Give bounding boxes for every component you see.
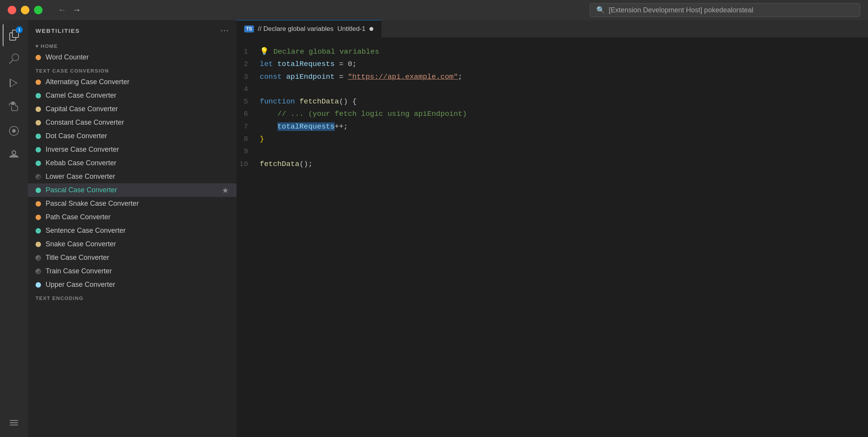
- sidebar-item-snake-case[interactable]: Snake Case Converter: [28, 237, 237, 251]
- activity-search[interactable]: [3, 48, 25, 70]
- sidebar-more-icon[interactable]: ⋯: [220, 25, 229, 36]
- pascal-snake-case-label: Pascal Snake Case Converter: [46, 200, 139, 208]
- activity-bar: 1: [0, 20, 28, 437]
- title-bar: ← → 🔍 [Extension Development Host] poked…: [0, 0, 868, 20]
- sidebar-item-dot-case[interactable]: Dot Case Converter: [28, 129, 237, 143]
- pascal-case-star-icon[interactable]: ★: [222, 186, 229, 195]
- line-content-9: [260, 145, 868, 158]
- line-content-7: totalRequests++;: [260, 120, 868, 133]
- sidebar-item-path-case[interactable]: Path Case Converter: [28, 210, 237, 224]
- line-num-8: 8: [237, 133, 260, 145]
- explorer-badge: 1: [16, 26, 23, 33]
- line-num-9: 9: [237, 145, 260, 158]
- sidebar-item-title-case[interactable]: Title Case Converter: [28, 251, 237, 264]
- line-content-8: }: [260, 133, 868, 145]
- text-case-section-label: TEXT CASE CONVERSION: [28, 64, 237, 75]
- svg-point-1: [12, 129, 15, 132]
- path-case-dot: [36, 215, 41, 220]
- minimize-button[interactable]: [21, 6, 29, 14]
- path-case-label: Path Case Converter: [46, 213, 111, 221]
- sidebar-item-alternating-case[interactable]: Alternating Case Converter: [28, 75, 237, 89]
- snake-case-dot: [36, 242, 41, 247]
- pascal-case-dot: [36, 188, 41, 193]
- sidebar-item-capital-case[interactable]: Capital Case Converter: [28, 102, 237, 116]
- sidebar-item-pascal-case[interactable]: Pascal Case Converter ★: [28, 183, 237, 197]
- line-content-10: fetchData();: [260, 158, 868, 170]
- word-counter-dot: [36, 55, 41, 60]
- line-content-6: // ... (your fetch logic using apiEndpoi…: [260, 108, 868, 120]
- forward-arrow[interactable]: →: [73, 5, 81, 15]
- sidebar-item-camel-case[interactable]: Camel Case Converter: [28, 89, 237, 102]
- activity-webtilities[interactable]: [3, 415, 25, 437]
- activity-explorer[interactable]: 1: [3, 24, 25, 46]
- activity-accounts[interactable]: [3, 144, 25, 166]
- constant-case-label: Constant Case Converter: [46, 119, 124, 127]
- kebab-case-dot: [36, 161, 41, 166]
- line-num-5: 5: [237, 95, 260, 108]
- title-case-dot: [36, 255, 41, 261]
- line-num-7: 7: [237, 120, 260, 133]
- home-section-label: ▾ HOME: [28, 39, 237, 51]
- inverse-case-dot: [36, 147, 41, 152]
- kebab-case-label: Kebab Case Converter: [46, 159, 116, 167]
- tab-label: // Declare global variables: [258, 25, 334, 33]
- inverse-case-label: Inverse Case Converter: [46, 146, 119, 154]
- line-content-2: let totalRequests = 0;: [260, 58, 868, 70]
- search-icon: 🔍: [596, 6, 605, 14]
- sidebar-header: WEBTILITIES ⋯: [28, 20, 237, 39]
- line-num-1: 1: [237, 46, 260, 58]
- capital-case-dot: [36, 107, 41, 112]
- code-editor[interactable]: 1 💡 Declare global variables 2 let total…: [237, 38, 868, 437]
- title-bar-search[interactable]: 🔍 [Extension Development Host] pokedealo…: [590, 3, 860, 17]
- code-line-6: 6 // ... (your fetch logic using apiEndp…: [237, 108, 868, 120]
- home-arrow: ▾: [36, 43, 41, 49]
- train-case-label: Train Case Converter: [46, 267, 112, 275]
- constant-case-dot: [36, 120, 41, 125]
- maximize-button[interactable]: [34, 6, 43, 14]
- tab-file: Untitled-1: [337, 25, 366, 33]
- sidebar-item-inverse-case[interactable]: Inverse Case Converter: [28, 143, 237, 156]
- code-line-1: 1 💡 Declare global variables: [237, 46, 868, 58]
- pascal-snake-case-dot: [36, 201, 41, 207]
- train-case-dot: [36, 269, 41, 274]
- code-line-3: 3 const apiEndpoint = "https://api.examp…: [237, 71, 868, 83]
- close-button[interactable]: [8, 6, 16, 14]
- text-encoding-section-label: TEXT ENCODING: [28, 291, 237, 303]
- line-content-5: function fetchData() {: [260, 95, 868, 108]
- tab-modified-dot: [369, 27, 373, 31]
- editor-tab-main[interactable]: TS // Declare global variables Untitled-…: [237, 20, 381, 37]
- sidebar-item-lower-case[interactable]: Lower Case Converter: [28, 170, 237, 183]
- lower-case-label: Lower Case Converter: [46, 173, 115, 181]
- ts-badge: TS: [244, 25, 254, 32]
- capital-case-label: Capital Case Converter: [46, 105, 118, 113]
- code-line-7: 7 totalRequests++;: [237, 120, 868, 133]
- line-num-2: 2: [237, 58, 260, 70]
- snake-case-label: Snake Case Converter: [46, 240, 116, 248]
- activity-run[interactable]: [3, 72, 25, 94]
- dot-case-dot: [36, 134, 41, 139]
- upper-case-dot: [36, 282, 41, 288]
- code-line-8: 8 }: [237, 133, 868, 145]
- sidebar-item-word-counter[interactable]: Word Counter: [28, 51, 237, 64]
- activity-extensions[interactable]: [3, 96, 25, 118]
- sidebar-item-constant-case[interactable]: Constant Case Converter: [28, 116, 237, 129]
- line-content-3: const apiEndpoint = "https://api.example…: [260, 71, 868, 83]
- sidebar-item-train-case[interactable]: Train Case Converter: [28, 264, 237, 278]
- sidebar-item-pascal-snake-case[interactable]: Pascal Snake Case Converter: [28, 197, 237, 210]
- sidebar-item-kebab-case[interactable]: Kebab Case Converter: [28, 156, 237, 170]
- sidebar-item-sentence-case[interactable]: Sentence Case Converter: [28, 224, 237, 237]
- activity-remote[interactable]: [3, 120, 25, 142]
- line-num-10: 10: [237, 158, 260, 170]
- editor-area: TS // Declare global variables Untitled-…: [237, 20, 868, 437]
- code-line-4: 4: [237, 83, 868, 95]
- sidebar-item-upper-case[interactable]: Upper Case Converter: [28, 278, 237, 291]
- alternating-case-dot: [36, 80, 41, 85]
- line-content-4: [260, 83, 868, 95]
- lower-case-dot: [36, 174, 41, 180]
- code-line-9: 9: [237, 145, 868, 158]
- code-line-5: 5 function fetchData() {: [237, 95, 868, 108]
- camel-case-label: Camel Case Converter: [46, 91, 116, 100]
- line-num-3: 3: [237, 71, 260, 83]
- back-arrow[interactable]: ←: [58, 5, 66, 15]
- code-line-2: 2 let totalRequests = 0;: [237, 58, 868, 70]
